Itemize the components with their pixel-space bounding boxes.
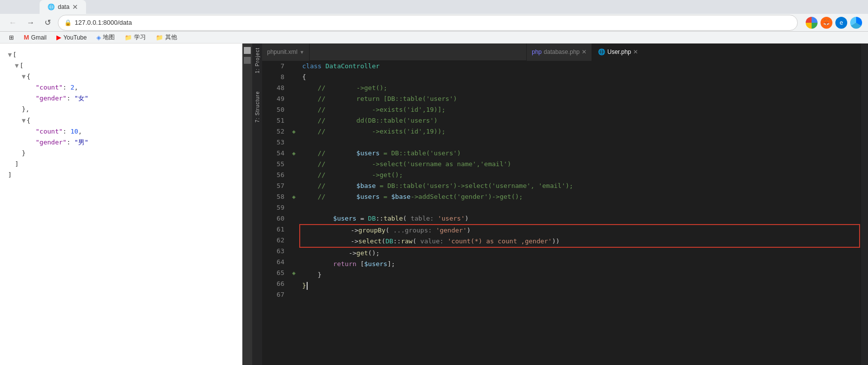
json-tree: ▼ [ ▼ [ ▼ { "count": 2, "gender": "女" bbox=[8, 49, 234, 181]
activity-bar bbox=[242, 44, 252, 365]
code-line-8: { bbox=[298, 72, 861, 83]
main-content: ▼ [ ▼ [ ▼ { "count": 2, "gender": "女" bbox=[0, 44, 868, 365]
bookmark-gmail[interactable]: M Gmail bbox=[20, 32, 50, 43]
code-line-49: // return [DB::table('users') bbox=[298, 93, 861, 104]
tab-favicon: 🌐 bbox=[47, 3, 55, 10]
study-label: 学习 bbox=[134, 33, 146, 42]
item0-toggle[interactable]: ▼ bbox=[15, 60, 19, 71]
gmail-label: Gmail bbox=[31, 34, 46, 41]
maps-label: 地图 bbox=[103, 33, 115, 42]
forward-button[interactable]: → bbox=[24, 16, 38, 29]
json-view: ▼ [ ▼ [ ▼ { "count": 2, "gender": "女" bbox=[0, 44, 242, 365]
cursor bbox=[307, 282, 308, 290]
structure-label[interactable]: 7: Structure bbox=[254, 87, 261, 127]
bookmarks-bar: ⊞ M Gmail ▶ YouTube ◈ 地图 📁 学习 📁 其他 bbox=[0, 32, 868, 44]
gutter: ◈ ◈ ◈ ◈ bbox=[289, 61, 298, 365]
apps-icon: ⊞ bbox=[9, 34, 14, 41]
code-line-48: // ->get(); bbox=[298, 83, 861, 93]
code-line-52: // ->exists('id',19)); bbox=[298, 126, 861, 137]
tab-user[interactable]: 🌐 User.php ✕ bbox=[592, 44, 644, 61]
editor-tabs-bar: phpunit.xml ▼ php database.php ✕ 🌐 User.… bbox=[262, 44, 861, 61]
user-tab-label: User.php bbox=[607, 48, 631, 55]
refresh-button[interactable]: ↺ bbox=[42, 16, 54, 29]
code-line-50: // ->exists('id',19)]; bbox=[298, 104, 861, 115]
code-line-67 bbox=[298, 291, 861, 302]
ide-container: 1: Project 7: Structure phpunit.xml ▼ ph… bbox=[242, 44, 868, 365]
back-button[interactable]: ← bbox=[6, 16, 20, 29]
code-line-59 bbox=[298, 202, 861, 213]
ide-right-strip bbox=[861, 44, 868, 365]
code-line-60: $users = DB :: table ( table: 'users' ) bbox=[298, 213, 861, 224]
database-tab-label: database.php bbox=[544, 48, 580, 55]
tab-close-button[interactable]: ✕ bbox=[72, 3, 78, 11]
bookmark-youtube[interactable]: ▶ YouTube bbox=[52, 32, 91, 43]
browser-tab[interactable]: 🌐 data ✕ bbox=[40, 0, 86, 14]
code-line-51: // dd(DB::table('users') bbox=[298, 115, 861, 126]
line-numbers: 7 8 48 49 50 51 52 53 54 55 56 57 58 59 bbox=[262, 61, 289, 365]
code-line-56: // ->get(); bbox=[298, 170, 861, 181]
browser-chrome: 🌐 data ✕ ← → ↺ 🔒 127.0.0.1:8000/data 🦊 e… bbox=[0, 0, 868, 44]
phpunit-tab-label: phpunit.xml bbox=[267, 48, 297, 55]
tab-database[interactable]: php database.php ✕ bbox=[526, 44, 592, 61]
obj1-toggle[interactable]: ▼ bbox=[22, 115, 26, 126]
code-line-53 bbox=[298, 137, 861, 148]
ide-panel: 1: Project 7: Structure phpunit.xml ▼ ph… bbox=[242, 44, 868, 365]
red-box-group: -> groupBy ( ...groups: 'gender' ) bbox=[299, 224, 860, 248]
user-tab-close[interactable]: ✕ bbox=[633, 48, 638, 55]
project-label[interactable]: 1: Project bbox=[254, 44, 261, 77]
bookmark-study[interactable]: 📁 学习 bbox=[121, 32, 150, 43]
other-label: 其他 bbox=[165, 33, 177, 42]
tab-phpunit[interactable]: phpunit.xml ▼ bbox=[262, 44, 310, 61]
gmail-icon: M bbox=[24, 34, 29, 41]
address-bar[interactable]: 🔒 127.0.0.1:8000/data bbox=[58, 15, 798, 31]
database-tab-icon: php bbox=[532, 48, 542, 55]
code-line-55: // ->select('username as name','email') bbox=[298, 159, 861, 170]
code-line-54: // $users = DB::table('users') bbox=[298, 148, 861, 159]
lock-icon: 🔒 bbox=[64, 19, 72, 26]
editor-area: phpunit.xml ▼ php database.php ✕ 🌐 User.… bbox=[262, 44, 861, 365]
activity-icon-2[interactable] bbox=[244, 57, 251, 64]
code-line-58: // $users = $base->addSelect('gender')->… bbox=[298, 191, 861, 202]
youtube-label: YouTube bbox=[63, 34, 87, 41]
chrome-icon[interactable] bbox=[806, 17, 818, 29]
obj0-toggle[interactable]: ▼ bbox=[22, 71, 26, 82]
code-line-63: -> get (); bbox=[298, 248, 861, 259]
code-lines: class DataController { // ->get(); bbox=[298, 61, 861, 365]
code-line-66: } bbox=[298, 280, 861, 291]
activity-icon-1[interactable] bbox=[244, 47, 251, 54]
code-line-62: -> select ( DB :: raw ( value: 'count(*)… bbox=[300, 236, 859, 247]
safari-icon[interactable] bbox=[850, 17, 862, 29]
study-icon: 📁 bbox=[125, 34, 132, 41]
edge-icon[interactable]: e bbox=[835, 17, 847, 29]
code-line-65: } bbox=[298, 270, 861, 280]
code-line-64: return [ $users ]; bbox=[298, 259, 861, 270]
firefox-icon[interactable]: 🦊 bbox=[821, 17, 832, 29]
side-labels: 1: Project 7: Structure bbox=[252, 44, 262, 365]
bookmark-maps[interactable]: ◈ 地图 bbox=[92, 32, 119, 43]
browser-toolbar: ← → ↺ 🔒 127.0.0.1:8000/data 🦊 e bbox=[0, 14, 868, 32]
address-text: 127.0.0.1:8000/data bbox=[75, 19, 132, 26]
database-tab-close[interactable]: ✕ bbox=[582, 48, 587, 55]
code-editor[interactable]: 7 8 48 49 50 51 52 53 54 55 56 57 58 59 bbox=[262, 61, 861, 365]
bookmark-apps[interactable]: ⊞ bbox=[5, 33, 18, 43]
code-line-57: // $base = DB::table('users')->select('u… bbox=[298, 181, 861, 191]
tab-title: data bbox=[58, 3, 69, 10]
phpunit-arrow: ▼ bbox=[299, 49, 304, 55]
maps-icon: ◈ bbox=[96, 34, 101, 41]
user-tab-icon: 🌐 bbox=[598, 48, 605, 55]
bookmark-other[interactable]: 📁 其他 bbox=[152, 32, 181, 43]
youtube-icon: ▶ bbox=[56, 34, 61, 41]
code-line-61: -> groupBy ( ...groups: 'gender' ) bbox=[300, 225, 859, 236]
root-toggle[interactable]: ▼ bbox=[8, 49, 12, 60]
code-line-7: class DataController bbox=[298, 61, 861, 72]
other-icon: 📁 bbox=[156, 34, 163, 41]
